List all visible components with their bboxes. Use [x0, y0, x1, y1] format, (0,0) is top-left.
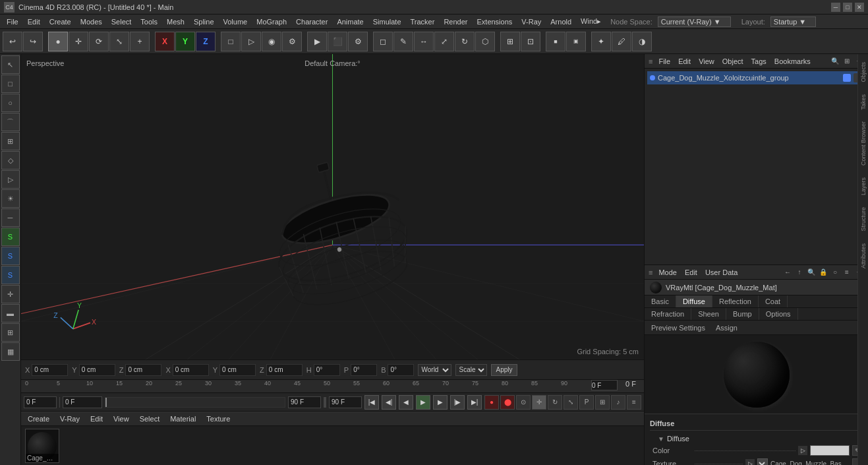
coord-system-select[interactable]: World Object: [418, 364, 451, 376]
y-axis-button[interactable]: Y: [175, 32, 195, 51]
diffuse-texture-arrow[interactable]: ▷: [745, 459, 755, 465]
mat-attr-back-icon[interactable]: ←: [782, 267, 793, 278]
model-mode-button[interactable]: ●: [48, 32, 68, 51]
snap-setting-button[interactable]: ⊡: [521, 32, 540, 51]
mat-attr-up-icon[interactable]: ↑: [794, 267, 805, 278]
mat-attr-circle-icon[interactable]: ○: [830, 267, 840, 278]
menu-volume[interactable]: Volume: [219, 16, 252, 27]
ls-nurbs[interactable]: ⌒: [1, 113, 20, 131]
mat-menu-view[interactable]: View: [111, 414, 132, 424]
current-frame-input[interactable]: [63, 396, 102, 408]
obj-menu-view[interactable]: View: [697, 56, 716, 67]
end-frame-input[interactable]: [288, 396, 321, 408]
select-move-button[interactable]: ↔: [414, 32, 434, 51]
close-button[interactable]: ✕: [855, 3, 864, 12]
menu-extensions[interactable]: Extensions: [473, 16, 516, 27]
mat-attr-search-icon[interactable]: 🔍: [806, 267, 817, 278]
key-param-button[interactable]: P: [579, 395, 594, 410]
menu-edit[interactable]: Edit: [24, 16, 44, 27]
timeline-view-button[interactable]: ≡: [627, 395, 641, 410]
layout-dropdown[interactable]: Startup ▼: [770, 16, 816, 27]
ls-pointer[interactable]: ↖: [1, 55, 20, 74]
redo-button[interactable]: ↪: [23, 32, 43, 51]
select-scale-button[interactable]: ⤢: [434, 32, 454, 51]
menu-tracker[interactable]: Tracker: [407, 16, 439, 27]
coord-z2-input[interactable]: [266, 364, 303, 376]
mat-menu-edit[interactable]: Edit: [88, 414, 105, 424]
ls-line[interactable]: ─: [1, 208, 20, 227]
select-deform-button[interactable]: ⬡: [475, 32, 495, 51]
menu-render[interactable]: Render: [440, 16, 471, 27]
x-axis-button[interactable]: X: [155, 32, 175, 51]
preview-settings-button[interactable]: Preview Settings: [649, 323, 708, 333]
ls-array[interactable]: ⊞: [1, 132, 20, 150]
mat-menu-material[interactable]: Material: [167, 414, 198, 424]
diffuse-collapse-row[interactable]: ▼ Diffuse: [658, 433, 863, 444]
maximize-button[interactable]: □: [843, 3, 852, 12]
sound-button[interactable]: ♪: [611, 395, 625, 410]
ls-camera[interactable]: ▷: [1, 170, 20, 189]
coord-apply-button[interactable]: Apply: [491, 364, 517, 376]
tab-takes[interactable]: Takes: [859, 89, 868, 115]
obj-menu-object[interactable]: Object: [720, 56, 745, 67]
ls-flatten[interactable]: ▬: [1, 304, 20, 323]
select-paint-button[interactable]: ✎: [393, 32, 413, 51]
object-item-cage[interactable]: Cage_Dog_Muzzle_Xoloitzcuintle_group: [647, 71, 865, 84]
mat-attr-lock-icon[interactable]: 🔒: [818, 267, 828, 278]
ls-s2[interactable]: S: [1, 247, 20, 265]
obj-menu-tags[interactable]: Tags: [749, 56, 768, 67]
ls-grid[interactable]: ⊞: [1, 323, 20, 342]
menu-select[interactable]: Select: [107, 16, 136, 27]
mat-attr-edit[interactable]: Edit: [683, 267, 699, 278]
go-to-end-button[interactable]: ▶|: [467, 395, 482, 410]
texture-button[interactable]: ▣: [566, 32, 586, 51]
coord-z-input[interactable]: [125, 364, 161, 376]
play-button[interactable]: ▶: [416, 395, 430, 410]
snap-button[interactable]: ⊞: [500, 32, 520, 51]
camera-button[interactable]: ▷: [241, 32, 261, 51]
mat-tab-coat[interactable]: Coat: [759, 295, 788, 307]
undo-button[interactable]: ↩: [3, 32, 22, 51]
key-pos-button[interactable]: ✛: [532, 395, 546, 410]
sculpt-button[interactable]: ◑: [632, 32, 652, 51]
key-all-button[interactable]: ⊙: [516, 395, 531, 410]
mat-attr-menu-icon[interactable]: ≡: [649, 268, 652, 276]
ls-light[interactable]: ☀: [1, 189, 20, 208]
minimize-button[interactable]: ─: [831, 3, 840, 12]
move-tool-button[interactable]: ✦: [591, 32, 611, 51]
menu-file[interactable]: File: [3, 16, 22, 27]
menu-modes[interactable]: Modes: [76, 16, 106, 27]
coord-b-input[interactable]: [388, 364, 414, 376]
render-to-po-button[interactable]: ⬛: [328, 32, 347, 51]
coord-p-input[interactable]: [351, 364, 377, 376]
scale-select[interactable]: Scale: [455, 364, 487, 376]
tab-objects[interactable]: Objects: [859, 57, 868, 88]
coord-h-input[interactable]: [314, 364, 340, 376]
paint-button[interactable]: 🖊: [612, 32, 631, 51]
menu-vray[interactable]: V-Ray: [517, 16, 545, 27]
mat-menu-texture[interactable]: Texture: [204, 414, 233, 424]
diffuse-color-arrow[interactable]: ▷: [798, 446, 807, 455]
prev-key-button[interactable]: ◀|: [382, 395, 396, 410]
mat-tab-diffuse[interactable]: Diffuse: [676, 295, 712, 307]
obj-menu-file[interactable]: File: [656, 56, 672, 67]
mat-tab-reflection[interactable]: Reflection: [712, 295, 759, 307]
key-point-button[interactable]: ⊞: [595, 395, 610, 410]
next-frame-button[interactable]: ▶: [433, 395, 448, 410]
render-view-button[interactable]: ▶: [307, 32, 327, 51]
select-rot-button[interactable]: ↻: [455, 32, 475, 51]
mat-menu-create[interactable]: Create: [25, 414, 52, 424]
tab-structure[interactable]: Structure: [859, 202, 868, 237]
move-button[interactable]: ✛: [69, 32, 88, 51]
mat-menu-select[interactable]: Select: [137, 414, 163, 424]
record-active-button[interactable]: ●: [484, 395, 499, 410]
obj-menu-edit[interactable]: Edit: [676, 56, 693, 67]
ls-deformer[interactable]: ◇: [1, 151, 20, 170]
menu-mesh[interactable]: Mesh: [163, 16, 188, 27]
next-key-button[interactable]: |▶: [450, 395, 465, 410]
assign-button[interactable]: Assign: [713, 323, 740, 333]
coord-x2-input[interactable]: [173, 364, 209, 376]
menu-tools[interactable]: Tools: [136, 16, 161, 27]
ls-s3[interactable]: S: [1, 266, 20, 284]
menu-mograph[interactable]: MoGraph: [252, 16, 291, 27]
